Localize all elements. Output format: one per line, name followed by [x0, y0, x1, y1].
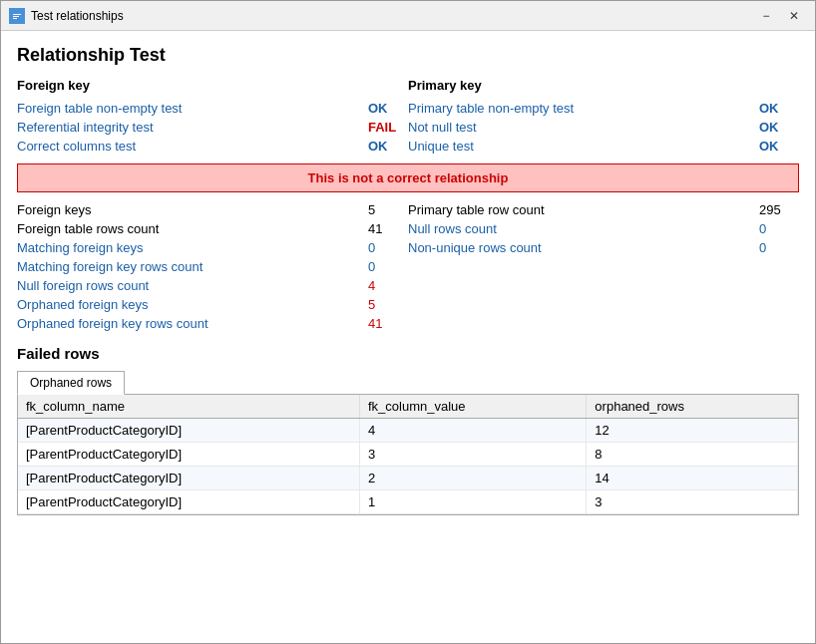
table-cell: 1 — [360, 490, 587, 514]
table-header-row: fk_column_name fk_column_value orphaned_… — [18, 395, 798, 419]
fk-test-2-result: FAIL — [368, 120, 408, 135]
nonunique-rows-value: 0 — [759, 240, 799, 255]
window-title: Test relationships — [31, 9, 753, 23]
stat-row: Orphaned foreign keys 5 — [17, 295, 408, 314]
table-row: [ParentProductCategoryID]412 — [18, 419, 798, 443]
close-button[interactable]: ✕ — [781, 5, 807, 27]
col-orphaned-rows: orphaned_rows — [587, 395, 798, 419]
primary-key-header: Primary key — [408, 78, 799, 93]
stat-row: Foreign keys 5 — [17, 200, 408, 219]
table-row: [ParentProductCategoryID]13 — [18, 490, 798, 514]
fk-test-3-label[interactable]: Correct columns test — [17, 139, 368, 154]
stat-row: Matching foreign key rows count 0 — [17, 257, 408, 276]
stat-row: Foreign table rows count 41 — [17, 219, 408, 238]
orphaned-rows-table: fk_column_name fk_column_value orphaned_… — [18, 395, 798, 514]
fk-test-3-result: OK — [368, 139, 408, 154]
stats-right: Primary table row count 295 Null rows co… — [408, 200, 799, 333]
table-cell: 8 — [587, 443, 798, 467]
foreign-key-header: Foreign key — [17, 78, 408, 93]
table-cell: [ParentProductCategoryID] — [18, 443, 360, 467]
orphaned-fk-rows-label[interactable]: Orphaned foreign key rows count — [17, 316, 368, 331]
table-cell: 4 — [360, 419, 587, 443]
page-title: Relationship Test — [17, 45, 799, 66]
table-cell: [ParentProductCategoryID] — [18, 419, 360, 443]
pk-test-3-result: OK — [759, 139, 799, 154]
stat-value: 5 — [368, 202, 408, 217]
table-row: [ParentProductCategoryID]38 — [18, 443, 798, 467]
stat-value: 295 — [759, 202, 799, 217]
failed-rows-title: Failed rows — [17, 345, 799, 362]
table-cell: 12 — [587, 419, 798, 443]
table-cell: [ParentProductCategoryID] — [18, 467, 360, 490]
svg-rect-2 — [13, 16, 19, 17]
stat-row: Matching foreign keys 0 — [17, 238, 408, 257]
orphaned-fk-rows-value: 41 — [368, 316, 408, 331]
stat-row: Primary table row count 295 — [408, 200, 799, 219]
svg-rect-1 — [13, 14, 21, 15]
error-banner: This is not a correct relationship — [17, 163, 799, 192]
stat-value: 41 — [368, 221, 408, 236]
titlebar-buttons: − ✕ — [753, 5, 807, 27]
stat-row: Null rows count 0 — [408, 219, 799, 238]
fk-test-1-label[interactable]: Foreign table non-empty test — [17, 101, 368, 116]
pk-test-2-result: OK — [759, 120, 799, 135]
table-container: fk_column_name fk_column_value orphaned_… — [17, 395, 799, 515]
stat-row: Non-unique rows count 0 — [408, 238, 799, 257]
stats-grid: Foreign keys 5 Foreign table rows count … — [17, 200, 799, 333]
nonunique-rows-label[interactable]: Non-unique rows count — [408, 240, 759, 255]
test-row: Primary table non-empty test OK — [408, 99, 799, 118]
stat-label-link[interactable]: Matching foreign keys — [17, 240, 368, 255]
table-cell: 14 — [587, 467, 798, 490]
stat-value-link: 0 — [368, 240, 408, 255]
test-row: Referential integrity test FAIL — [17, 118, 408, 137]
window: Test relationships − ✕ Relationship Test… — [0, 0, 816, 644]
pk-test-1-result: OK — [759, 101, 799, 116]
stat-label: Foreign keys — [17, 202, 368, 217]
minimize-button[interactable]: − — [753, 5, 779, 27]
app-icon — [9, 8, 25, 24]
titlebar: Test relationships − ✕ — [1, 1, 815, 31]
table-cell: 3 — [360, 443, 587, 467]
main-content: Relationship Test Foreign key Foreign ta… — [1, 31, 815, 643]
orphaned-foreign-keys-label[interactable]: Orphaned foreign keys — [17, 297, 368, 312]
stat-row: Orphaned foreign key rows count 41 — [17, 314, 408, 333]
col-fk-column-name: fk_column_name — [18, 395, 360, 419]
table-cell: 3 — [587, 490, 798, 514]
table-row: [ParentProductCategoryID]214 — [18, 467, 798, 490]
test-row: Correct columns test OK — [17, 137, 408, 156]
null-rows-label[interactable]: Null rows count — [408, 221, 759, 236]
null-rows-value: 0 — [759, 221, 799, 236]
col-fk-column-value: fk_column_value — [360, 395, 587, 419]
stat-label: Primary table row count — [408, 202, 759, 217]
svg-rect-3 — [13, 18, 17, 19]
stat-label: Foreign table rows count — [17, 221, 368, 236]
primary-key-section: Primary key Primary table non-empty test… — [408, 78, 799, 156]
tab-orphaned-rows[interactable]: Orphaned rows — [17, 371, 125, 395]
table-cell: 2 — [360, 467, 587, 490]
stat-value-link: 0 — [368, 259, 408, 274]
stat-row: Null foreign rows count 4 — [17, 276, 408, 295]
table-cell: [ParentProductCategoryID] — [18, 490, 360, 514]
foreign-key-section: Foreign key Foreign table non-empty test… — [17, 78, 408, 156]
tab-bar: Orphaned rows — [17, 370, 799, 395]
fk-test-1-result: OK — [368, 101, 408, 116]
stat-label-link[interactable]: Matching foreign key rows count — [17, 259, 368, 274]
null-foreign-rows-value: 4 — [368, 278, 408, 293]
orphaned-foreign-keys-value: 5 — [368, 297, 408, 312]
pk-test-1-label[interactable]: Primary table non-empty test — [408, 101, 759, 116]
test-row: Not null test OK — [408, 118, 799, 137]
stats-left: Foreign keys 5 Foreign table rows count … — [17, 200, 408, 333]
test-row: Unique test OK — [408, 137, 799, 156]
test-sections: Foreign key Foreign table non-empty test… — [17, 78, 799, 156]
pk-test-2-label[interactable]: Not null test — [408, 120, 759, 135]
fk-test-2-label[interactable]: Referential integrity test — [17, 120, 368, 135]
null-foreign-rows-label[interactable]: Null foreign rows count — [17, 278, 368, 293]
test-row: Foreign table non-empty test OK — [17, 99, 408, 118]
pk-test-3-label[interactable]: Unique test — [408, 139, 759, 154]
